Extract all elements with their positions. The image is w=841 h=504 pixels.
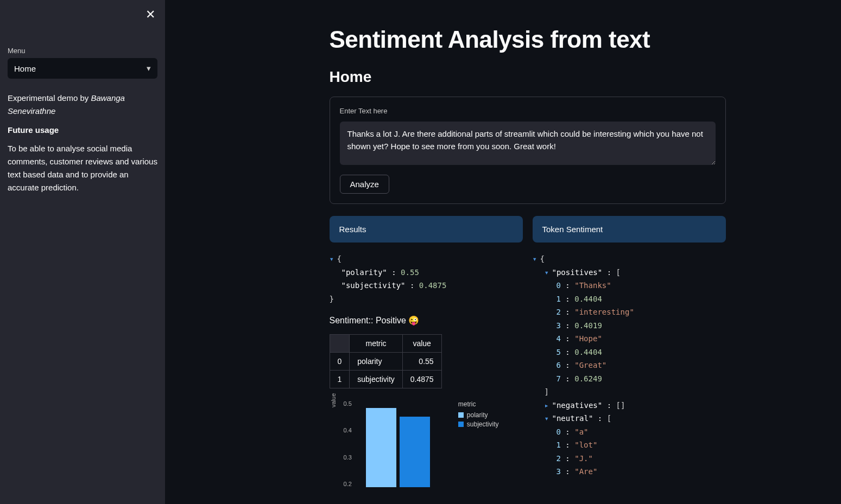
- token-column: Token Sentiment ▾{ ▾"positives" : [ 0 : …: [533, 216, 726, 488]
- chart-ylabel: value: [330, 400, 337, 407]
- caret-down-icon[interactable]: ▾: [545, 266, 552, 279]
- bar-polarity: [366, 408, 396, 487]
- demo-byline: Experimental demo by Bawanga Senevirathn…: [8, 92, 157, 118]
- future-heading: Future usage: [8, 125, 157, 135]
- sidebar: ✕ Menu Home ▾ Experimental demo by Bawan…: [0, 0, 165, 504]
- results-json[interactable]: ▾{ "polarity" : 0.55 "subjectivity" : 0.…: [330, 252, 523, 305]
- bar-chart[interactable]: value 0.5 0.4 0.3 0.2 metric polarity: [330, 400, 523, 487]
- caret-down-icon[interactable]: ▾: [533, 252, 540, 266]
- table-row: 1 subjectivity 0.4875: [330, 371, 441, 388]
- table-row: 0 polarity 0.55: [330, 353, 441, 371]
- sentiment-line: Sentiment:: Positive 😜: [330, 315, 523, 326]
- main: Sentiment Analysis from text Home Enter …: [165, 0, 841, 504]
- results-banner: Results: [330, 216, 523, 243]
- results-column: Results ▾{ "polarity" : 0.55 "subjectivi…: [330, 216, 523, 488]
- menu-select-value: Home: [14, 64, 36, 73]
- page-title: Sentiment Analysis from text: [330, 26, 726, 53]
- token-json[interactable]: ▾{ ▾"positives" : [ 0 : "Thanks" 1 : 0.4…: [533, 252, 726, 479]
- caret-down-icon[interactable]: ▾: [545, 412, 552, 425]
- chart-yticks: 0.5 0.4 0.3 0.2: [344, 400, 355, 487]
- close-icon[interactable]: ✕: [146, 8, 155, 22]
- text-input[interactable]: [340, 122, 716, 165]
- menu-label: Menu: [8, 47, 157, 55]
- analyze-button[interactable]: Analyze: [340, 175, 389, 194]
- input-block: Enter Text here Analyze: [330, 97, 726, 204]
- bar-subjectivity: [400, 417, 430, 487]
- input-label: Enter Text here: [340, 107, 716, 115]
- table-header-row: metric value: [330, 335, 441, 353]
- chevron-down-icon: ▾: [147, 63, 151, 73]
- menu-select[interactable]: Home ▾: [8, 58, 157, 79]
- future-body: To be able to analyse social media comme…: [8, 142, 157, 194]
- metrics-table: metric value 0 polarity 0.55 1 subjectiv…: [330, 334, 442, 388]
- page-subtitle: Home: [330, 68, 726, 86]
- chart-legend: metric polarity subjectivity: [458, 400, 499, 430]
- token-banner: Token Sentiment: [533, 216, 726, 243]
- caret-down-icon[interactable]: ▾: [330, 252, 337, 266]
- caret-right-icon[interactable]: ▸: [545, 399, 552, 412]
